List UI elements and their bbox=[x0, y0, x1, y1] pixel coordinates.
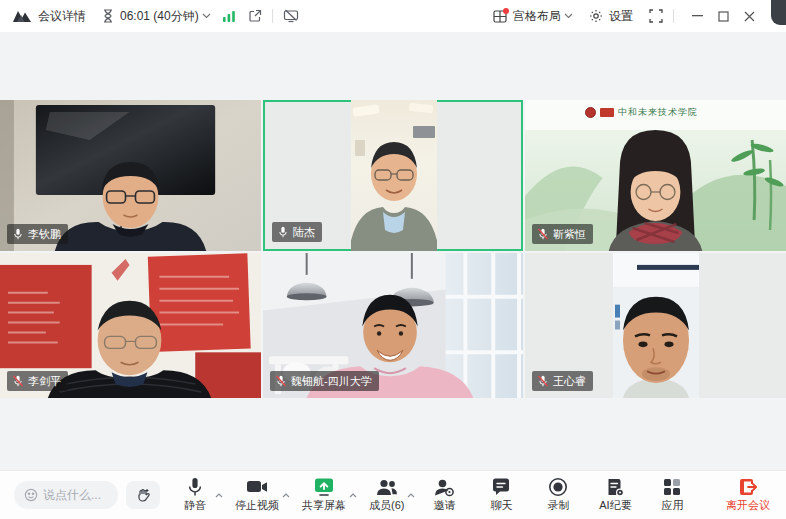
virtual-background-banner: 中和未来技术学院 bbox=[585, 106, 782, 119]
fullscreen-icon[interactable] bbox=[649, 9, 663, 23]
video-feed bbox=[351, 100, 437, 251]
invite-icon bbox=[433, 475, 455, 497]
open-external-icon[interactable] bbox=[248, 9, 262, 23]
video-tile-participant-2[interactable]: 陆杰 bbox=[263, 100, 523, 251]
window-minimize-button[interactable] bbox=[684, 5, 710, 27]
participant-name: 李剑平 bbox=[28, 374, 61, 389]
chat-placeholder: 说点什么... bbox=[43, 487, 101, 504]
screen-off-icon[interactable] bbox=[283, 9, 299, 23]
video-tile-participant-4[interactable]: 李剑平 bbox=[0, 253, 261, 398]
settings-button[interactable]: 设置 bbox=[609, 8, 633, 25]
camera-icon bbox=[246, 475, 268, 497]
chat-label: 聊天 bbox=[490, 498, 512, 513]
video-tile-participant-5[interactable]: 魏钿航-四川大学 bbox=[263, 253, 523, 398]
stop-video-chevron-up-icon[interactable] bbox=[282, 484, 290, 502]
toolbar-center-group: 静音 停止视频 共享屏幕 bbox=[178, 475, 689, 517]
share-screen-label: 共享屏幕 bbox=[302, 498, 346, 513]
participant-name: 靳紫恒 bbox=[553, 227, 586, 242]
video-tile-participant-6[interactable]: 王心睿 bbox=[525, 253, 786, 398]
bottom-toolbar: 说点什么... 静音 停止视频 bbox=[0, 470, 786, 519]
mute-button[interactable]: 静音 bbox=[178, 475, 212, 513]
share-screen-chevron-up-icon[interactable] bbox=[349, 484, 357, 502]
invite-label: 邀请 bbox=[433, 498, 455, 513]
mute-label: 静音 bbox=[184, 498, 206, 513]
participant-name-tag: 靳紫恒 bbox=[532, 224, 593, 244]
apps-icon bbox=[662, 475, 682, 497]
settings-gear-icon[interactable] bbox=[589, 9, 603, 23]
titlebar-divider bbox=[272, 9, 273, 23]
stop-video-button[interactable]: 停止视频 bbox=[235, 475, 279, 513]
university-seal-logo bbox=[585, 107, 596, 118]
ai-notes-icon bbox=[605, 475, 625, 497]
participant-name-tag: 王心睿 bbox=[532, 371, 593, 391]
participant-name: 陆杰 bbox=[293, 225, 315, 240]
meeting-timer[interactable]: 06:01 (40分钟) bbox=[120, 8, 199, 25]
banner-text: 中和未来技术学院 bbox=[618, 106, 698, 119]
mic-muted-icon bbox=[275, 375, 287, 387]
apps-label: 应用 bbox=[661, 498, 683, 513]
grid-layout-icon[interactable] bbox=[493, 10, 507, 23]
apps-button[interactable]: 应用 bbox=[655, 475, 689, 513]
participant-name: 魏钿航-四川大学 bbox=[291, 374, 372, 389]
leave-meeting-label: 离开会议 bbox=[726, 498, 770, 513]
participant-name: 李钦鹏 bbox=[28, 227, 61, 242]
raise-hand-icon bbox=[135, 487, 151, 503]
ai-notes-label: AI纪要 bbox=[599, 498, 631, 513]
portrait-video-strip bbox=[351, 100, 437, 251]
leave-meeting-button[interactable]: 离开会议 bbox=[726, 475, 770, 513]
members-chevron-up-icon[interactable] bbox=[407, 484, 415, 502]
invite-button[interactable]: 邀请 bbox=[427, 475, 461, 513]
mic-on-icon bbox=[12, 228, 24, 240]
layout-chevron-down-icon[interactable] bbox=[564, 13, 573, 19]
network-signal-icon[interactable] bbox=[223, 10, 236, 22]
portrait-video-strip bbox=[613, 253, 699, 398]
smiley-icon bbox=[24, 488, 38, 502]
mute-chevron-up-icon[interactable] bbox=[215, 484, 223, 502]
chat-icon bbox=[491, 475, 511, 497]
share-screen-button[interactable]: 共享屏幕 bbox=[302, 475, 346, 513]
hourglass-icon bbox=[102, 9, 114, 23]
mic-muted-icon bbox=[537, 228, 549, 240]
video-feed bbox=[613, 253, 699, 398]
timer-chevron-down-icon[interactable] bbox=[202, 13, 211, 19]
video-grid: 李钦鹏 bbox=[0, 100, 786, 398]
chat-button[interactable]: 聊天 bbox=[484, 475, 518, 513]
record-button[interactable]: 录制 bbox=[541, 475, 575, 513]
meeting-details-link[interactable]: 会议详情 bbox=[38, 8, 86, 25]
participant-name-tag: 魏钿航-四川大学 bbox=[270, 371, 379, 391]
record-icon bbox=[548, 475, 568, 497]
ai-notes-button[interactable]: AI纪要 bbox=[598, 475, 632, 513]
members-icon bbox=[375, 475, 399, 497]
screen-share-icon bbox=[313, 475, 335, 497]
video-tile-participant-3[interactable]: 中和未来技术学院 靳紫恒 bbox=[525, 100, 786, 251]
window-maximize-button[interactable] bbox=[710, 5, 736, 27]
mic-on-icon bbox=[277, 226, 289, 238]
members-button[interactable]: 成员(6) bbox=[369, 475, 404, 513]
layout-selector[interactable]: 宫格布局 bbox=[513, 8, 561, 25]
video-tile-participant-1[interactable]: 李钦鹏 bbox=[0, 100, 261, 251]
record-label: 录制 bbox=[547, 498, 569, 513]
system-overlay-widget bbox=[771, 0, 786, 25]
leave-meeting-icon bbox=[738, 475, 758, 497]
window-close-button[interactable] bbox=[736, 5, 762, 27]
mic-muted-icon bbox=[537, 375, 549, 387]
meeting-app-logo bbox=[12, 9, 32, 23]
participant-name-tag: 陆杰 bbox=[272, 222, 322, 242]
college-logo bbox=[600, 108, 614, 117]
microphone-icon bbox=[186, 475, 204, 497]
participant-name-tag: 李剑平 bbox=[7, 371, 68, 391]
mic-muted-icon bbox=[12, 375, 24, 387]
participant-name-tag: 李钦鹏 bbox=[7, 224, 68, 244]
participant-name: 王心睿 bbox=[553, 374, 586, 389]
window-controls-divider bbox=[673, 9, 674, 23]
raise-hand-button[interactable] bbox=[126, 481, 160, 509]
layout-notification-dot bbox=[503, 8, 509, 14]
title-bar: 会议详情 06:01 (40分钟) 宫格布局 设置 bbox=[0, 0, 786, 32]
quick-chat-input[interactable]: 说点什么... bbox=[14, 481, 118, 509]
members-label: 成员(6) bbox=[369, 498, 404, 513]
stop-video-label: 停止视频 bbox=[235, 498, 279, 513]
